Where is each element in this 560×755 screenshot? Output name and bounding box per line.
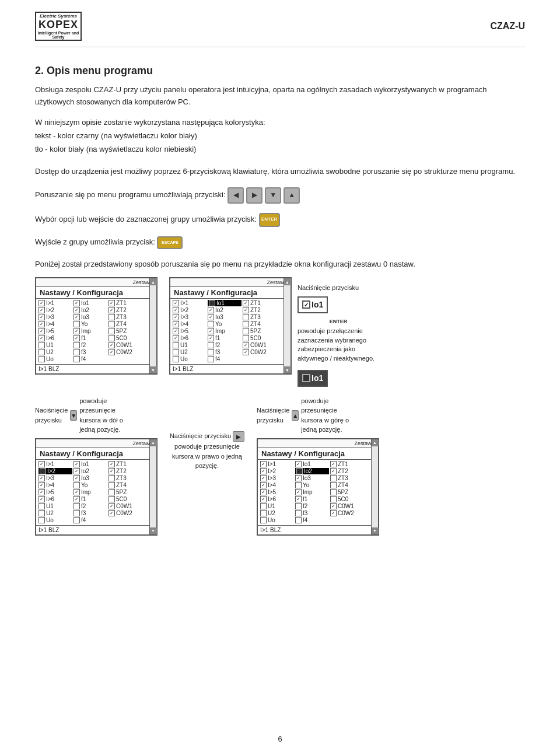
scroll-down-arrow-4[interactable]: ▼ — [372, 527, 379, 534]
list-item: Imp — [74, 328, 107, 334]
checkbox-cow1[interactable] — [108, 342, 115, 348]
list-item: U2 — [260, 510, 294, 516]
checkbox-zt1[interactable] — [108, 300, 115, 306]
enter-btn[interactable]: ENTER — [259, 213, 280, 227]
panel3-scrollbar[interactable]: ▲ ▼ — [149, 439, 156, 534]
checkbox-io2[interactable] — [74, 307, 80, 313]
list-item — [330, 517, 364, 523]
color-row2: tło - kolor biały (na wyświetlaczu kolor… — [35, 142, 525, 156]
list-item: Io2 — [74, 307, 107, 313]
escape-text-row: Wyjście z grupy umożliwia przycisk: ESCA… — [35, 236, 525, 249]
table-row: I>5 Imp 5PZ — [260, 489, 370, 495]
checkbox-i1[interactable] — [38, 300, 45, 306]
scroll-up-arrow-2[interactable]: ▲ — [284, 278, 291, 285]
panel1-scrollbar[interactable]: ▲ ▼ — [149, 278, 156, 373]
list-item — [108, 356, 142, 362]
list-item: f3 — [295, 510, 329, 516]
checkbox-5pz[interactable] — [108, 328, 115, 334]
down-arrow-btn[interactable]: ▼ — [265, 187, 281, 204]
checkbox-io3[interactable] — [74, 314, 80, 320]
list-item: f3 — [74, 510, 107, 516]
list-item: I>3 — [173, 314, 206, 320]
list-item: ZT2 — [108, 307, 142, 313]
checkbox-zt2[interactable] — [108, 307, 115, 313]
scroll-up-arrow-4[interactable]: ▲ — [372, 439, 379, 446]
list-item: f2 — [74, 503, 107, 509]
left-arrow-btn[interactable]: ◀ — [228, 187, 244, 204]
checkbox-5c0[interactable] — [108, 335, 115, 341]
list-item: 5C0 — [330, 496, 364, 502]
list-item: Io3 — [74, 314, 107, 320]
checkbox-zt3[interactable] — [108, 314, 115, 320]
table-row: I>5 Imp 5PZ — [173, 328, 282, 334]
checkbox-u2[interactable] — [38, 349, 45, 355]
checkbox-f4[interactable] — [74, 356, 80, 362]
enter-note-label: ENTER — [298, 318, 379, 326]
list-item: C0W2 — [243, 349, 276, 355]
table-row: I>6 f1 5C0 — [38, 496, 148, 502]
checkbox-i3[interactable] — [38, 314, 45, 320]
list-item: 5PZ — [108, 328, 142, 334]
checkbox-i4[interactable] — [38, 321, 45, 327]
list-item: I>4 — [38, 321, 72, 327]
list-item: U2 — [38, 349, 72, 355]
example-text: Poniżej został przedstawiony sposób poru… — [35, 258, 525, 271]
checkbox-cow2[interactable] — [108, 349, 115, 355]
scroll-up-arrow-3[interactable]: ▲ — [150, 439, 157, 446]
checkbox-i2[interactable] — [38, 307, 45, 313]
list-item: C0W2 — [330, 510, 364, 516]
scroll-down-arrow-3[interactable]: ▼ — [150, 527, 157, 534]
side-note: Naciśnięcie przycisku ✓ Io1 ENTER powodu… — [298, 277, 379, 387]
list-item: I>5 — [38, 489, 72, 495]
list-item: ZT3 — [108, 475, 142, 481]
list-item: U2 — [173, 349, 206, 355]
list-item: Yo — [74, 321, 107, 327]
table-row: I>5 Imp 5PZ — [38, 328, 148, 334]
panel2-title: Nastawy / Konfiguracja — [170, 287, 290, 299]
escape-text: Wyjście z grupy umożliwia przycisk: — [35, 237, 155, 246]
list-item: f1 — [74, 335, 107, 341]
list-item: Imp — [74, 489, 107, 495]
scroll-down-arrow-2[interactable]: ▼ — [284, 366, 291, 373]
table-row: I>3 Io3 ZT3 — [38, 314, 148, 320]
list-item: I>6 — [173, 335, 206, 341]
panel2-scrollbar[interactable]: ▲ ▼ — [284, 278, 290, 373]
panel4-body: I>1 Io1 ZT1 I>2 Io2 ZT2 I>3 Io3 ZT3 — [258, 460, 378, 525]
scroll-up-arrow[interactable]: ▲ — [150, 278, 157, 285]
table-row: I>3 Io3 ZT3 — [260, 475, 370, 481]
list-item: ZT3 — [330, 475, 364, 481]
checkbox-f1[interactable] — [74, 335, 80, 341]
escape-btn[interactable]: ESCAPE — [157, 236, 183, 249]
list-item: f4 — [74, 356, 107, 362]
list-item: ZT2 — [243, 307, 276, 313]
list-item: Uo — [260, 517, 294, 523]
checkbox-i5[interactable] — [38, 328, 45, 334]
checkbox-yo[interactable] — [74, 321, 80, 327]
checkbox-i6[interactable] — [38, 335, 45, 341]
list-item: Io1 — [74, 300, 107, 306]
right-arrow-btn[interactable]: ▶ — [246, 187, 262, 204]
table-row: U1 f2 C0W1 — [260, 503, 370, 509]
panel2-body: I>1 Io1 ZT1 I>2 Io2 ZT2 I>3 — [170, 299, 290, 364]
table-row: I>1 Io1 ZT1 — [260, 461, 370, 467]
checkbox-f2[interactable] — [74, 342, 80, 348]
up-arrow-btn[interactable]: ▲ — [284, 187, 300, 204]
panel4-scrollbar[interactable]: ▲ ▼ — [371, 439, 378, 534]
checkbox-io1[interactable] — [74, 300, 80, 306]
list-item: Io3 — [295, 475, 329, 481]
list-item: I>6 — [38, 496, 72, 502]
list-item: f2 — [74, 342, 107, 348]
list-item: f3 — [208, 349, 242, 355]
scroll-down-arrow[interactable]: ▼ — [150, 366, 157, 373]
checkbox-imp[interactable] — [74, 328, 80, 334]
logo-brand: KOPEX — [38, 19, 78, 31]
checkbox-f3[interactable] — [74, 349, 80, 355]
checkbox-zt4[interactable] — [108, 321, 115, 327]
list-item: Imp — [208, 328, 242, 334]
powoduje-text: powoduje przełączenie zaznaczenia wybran… — [298, 327, 379, 363]
list-item: Uo — [173, 356, 206, 362]
checkbox-u1[interactable] — [38, 342, 45, 348]
checkbox-uo[interactable] — [38, 356, 45, 362]
list-item: U1 — [38, 342, 72, 348]
list-item: C0W1 — [108, 342, 142, 348]
